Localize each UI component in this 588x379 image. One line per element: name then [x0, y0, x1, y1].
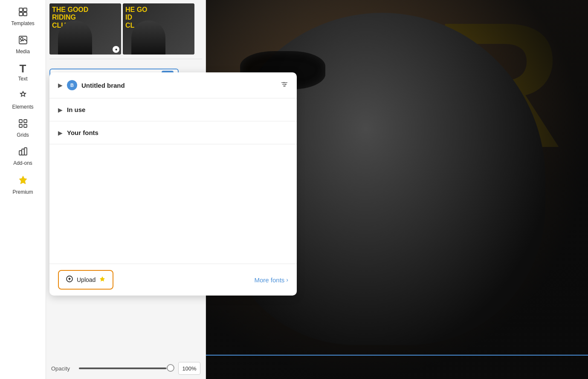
untitled-brand-label: Untitled brand: [81, 82, 125, 89]
svg-rect-9: [24, 124, 27, 127]
svg-rect-2: [19, 12, 23, 16]
upload-button[interactable]: Upload: [58, 270, 113, 290]
font-popup: ▶ B Untitled brand: [49, 72, 297, 296]
opacity-slider-thumb[interactable]: [167, 364, 174, 372]
more-fonts-chevron-icon: ›: [286, 276, 288, 283]
chevron-right-icon-your-fonts: ▶: [58, 129, 63, 136]
templates-label: Templates: [11, 20, 35, 26]
font-section-in-use: ▶ In use: [49, 98, 297, 121]
chevron-right-icon-brand: ▶: [58, 82, 63, 89]
brand-circle-icon: B: [67, 80, 77, 90]
template-thumb-2[interactable]: HE GOIDCL: [123, 3, 194, 55]
font-section-header-untitled-brand[interactable]: ▶ B Untitled brand: [49, 72, 297, 98]
more-fonts-label: More fonts: [254, 276, 284, 284]
svg-rect-1: [23, 8, 27, 11]
opacity-label: Opacity: [51, 365, 75, 372]
font-section-header-your-fonts[interactable]: ▶ Your fonts: [49, 121, 297, 144]
thumbnails-area: THE GOODRIDINGCLUB ★ HE GOIDCL: [46, 0, 206, 55]
opacity-slider-fill: [79, 368, 166, 369]
premium-label: Premium: [12, 189, 33, 195]
elements-icon: [18, 90, 28, 102]
media-icon: [18, 35, 28, 47]
addons-icon: [18, 146, 28, 158]
chevron-right-icon-in-use: ▶: [58, 106, 63, 113]
svg-rect-6: [19, 120, 22, 123]
elements-label: Elements: [12, 104, 33, 110]
in-use-label: In use: [67, 106, 85, 113]
text-label: Text: [18, 76, 27, 82]
svg-rect-3: [23, 12, 27, 16]
font-section-left-brand: ▶ B Untitled brand: [58, 80, 125, 90]
more-fonts-link[interactable]: More fonts ›: [254, 276, 288, 284]
grids-icon: [18, 118, 28, 130]
upload-premium-icon: [99, 276, 106, 284]
premium-icon: [17, 175, 29, 187]
svg-point-17: [285, 84, 287, 85]
sidebar-item-addons[interactable]: Add-ons: [6, 143, 40, 169]
your-fonts-label: Your fonts: [67, 129, 98, 136]
font-section-header-in-use[interactable]: ▶ In use: [49, 98, 297, 121]
sidebar-item-grids[interactable]: Grids: [6, 115, 40, 141]
grids-label: Grids: [17, 132, 29, 138]
sidebar-item-premium[interactable]: Premium: [6, 171, 40, 198]
text-icon: T: [20, 63, 26, 74]
main-area: THE GOODRIDINGCLUB ★ HE GOIDCL Poppins ▼: [46, 0, 588, 379]
svg-point-18: [284, 86, 285, 87]
sidebar-item-media[interactable]: Media: [6, 32, 40, 58]
svg-rect-11: [22, 149, 24, 155]
filter-icon-brand[interactable]: [281, 80, 288, 90]
svg-rect-10: [19, 151, 22, 155]
selection-line: [206, 355, 588, 356]
opacity-slider[interactable]: [79, 368, 174, 369]
svg-point-16: [284, 82, 285, 83]
font-section-left-your-fonts: ▶ Your fonts: [58, 129, 98, 136]
font-section-left-in-use: ▶ In use: [58, 106, 85, 113]
upload-icon: [66, 275, 73, 284]
sidebar: Templates Media T Text Elements: [0, 0, 46, 379]
upload-label: Upload: [77, 276, 96, 283]
left-panel: THE GOODRIDINGCLUB ★ HE GOIDCL Poppins ▼: [46, 0, 206, 379]
svg-rect-0: [19, 8, 23, 11]
sidebar-item-text[interactable]: T Text: [6, 60, 40, 85]
font-popup-bottom: Upload More fonts ›: [49, 264, 297, 296]
opacity-bar: Opacity 100%: [46, 358, 206, 379]
popup-spacer: [49, 144, 297, 264]
svg-point-4: [20, 37, 23, 40]
addons-label: Add-ons: [13, 160, 32, 166]
font-section-your-fonts: ▶ Your fonts: [49, 121, 297, 144]
svg-rect-8: [19, 124, 22, 127]
font-section-untitled-brand: ▶ B Untitled brand: [49, 72, 297, 98]
svg-rect-7: [24, 120, 27, 123]
thumb-premium-icon-1: ★: [113, 46, 119, 53]
sidebar-item-elements[interactable]: Elements: [6, 87, 40, 113]
template-thumb-1[interactable]: THE GOODRIDINGCLUB ★: [49, 3, 121, 55]
svg-rect-12: [24, 148, 27, 155]
opacity-value: 100%: [178, 362, 200, 375]
sidebar-item-templates[interactable]: Templates: [6, 3, 40, 30]
media-label: Media: [16, 49, 30, 55]
templates-icon: [18, 7, 28, 19]
